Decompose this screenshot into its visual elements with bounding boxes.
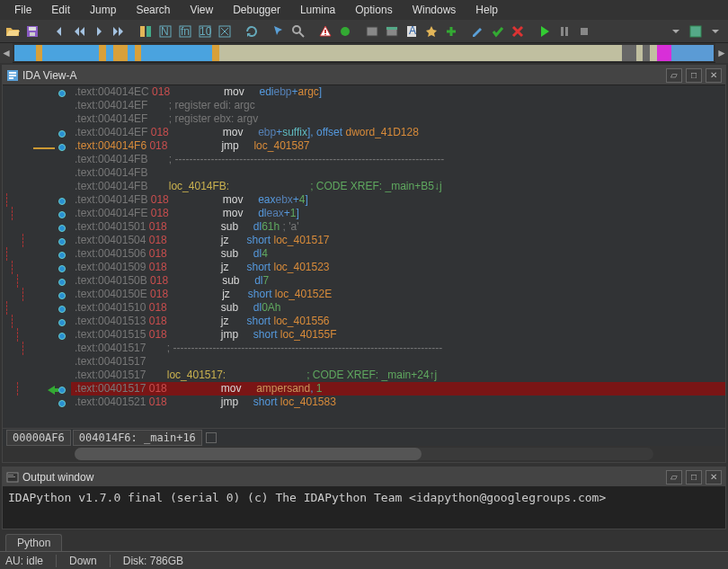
panel-max-icon[interactable]: □	[686, 68, 702, 83]
disasm-line[interactable]: .text:00401521 018 jmp short loc_401583	[71, 396, 725, 409]
nav-right-icon[interactable]: ►	[715, 43, 728, 63]
menu-options[interactable]: Options	[346, 2, 401, 18]
cursor-icon[interactable]	[270, 22, 288, 40]
status-address-box: 004014F6: _main+16	[73, 430, 202, 446]
svg-point-12	[293, 26, 300, 33]
back-icon[interactable]	[50, 22, 68, 40]
disasm-line[interactable]: .text:0040150B 018 sub dl7	[71, 274, 725, 288]
disasm-line[interactable]: .text:00401504 018 jz short loc_401517	[71, 234, 725, 247]
output-panel: Output window ▱ □ ✕ IDAPython v1.7.0 fin…	[2, 467, 726, 529]
svg-rect-21	[561, 27, 564, 36]
x-red-icon[interactable]	[509, 22, 527, 40]
fwd-fwd-icon[interactable]	[110, 22, 128, 40]
tool-a-icon[interactable]	[137, 22, 155, 40]
menu-search[interactable]: Search	[127, 2, 179, 18]
tool-c-icon[interactable]: fn	[176, 22, 194, 40]
disasm-line[interactable]: .text:004014EC 018 mov ediebp+argc]	[71, 85, 725, 99]
svg-rect-14	[324, 34, 326, 35]
disasm-line[interactable]: .text:004014FB loc_4014FB: ; CODE XREF: …	[71, 180, 725, 193]
statusbar: AU: idle Down Disk: 786GB	[0, 551, 728, 569]
disasm-line[interactable]: .text:004014FB ; -----------------------…	[71, 153, 725, 166]
disasm-line[interactable]: .text:004014F6 018 jmp loc_401587	[71, 139, 725, 153]
back-back-icon[interactable]	[70, 22, 88, 40]
output-undock-icon[interactable]: ▱	[666, 470, 682, 485]
edit-blue-icon[interactable]	[469, 22, 487, 40]
svg-text:fn: fn	[181, 25, 190, 38]
menu-debugger[interactable]: Debugger	[224, 2, 289, 18]
main-toolbar: N fn 101 A	[0, 20, 728, 43]
menu-edit[interactable]: Edit	[42, 2, 79, 18]
svg-rect-31	[8, 476, 15, 477]
open-icon[interactable]	[4, 22, 22, 40]
disasm-line[interactable]: .text:00401509 018 jz short loc_401523	[71, 261, 725, 274]
tool-e-icon[interactable]	[216, 22, 234, 40]
disasm-line[interactable]: .text:004014FB 018 mov eaxebx+4]	[71, 193, 725, 207]
check-icon[interactable]	[489, 22, 507, 40]
disasm-line[interactable]: .text:00401510 018 sub dl0Ah	[71, 301, 725, 315]
fwd-icon[interactable]	[90, 22, 108, 40]
disasm-line[interactable]: .text:00401513 018 jz short loc_401556	[71, 315, 725, 328]
tool-d-icon[interactable]: 101	[196, 22, 214, 40]
panel-close-icon[interactable]: ✕	[706, 68, 722, 83]
menu-jump[interactable]: Jump	[81, 2, 125, 18]
horizontal-scrollbar[interactable]	[75, 448, 653, 460]
disassembly-listing[interactable]: .text:004014EC 018 mov ediebp+argc].text…	[71, 85, 725, 428]
tab-python[interactable]: Python	[5, 534, 62, 551]
refresh-icon[interactable]	[243, 22, 261, 40]
svg-rect-26	[9, 72, 16, 74]
panel-titlebar: IDA View-A ▱ □ ✕	[3, 66, 725, 85]
doc-a-icon[interactable]: A	[403, 22, 421, 40]
menu-file[interactable]: File	[5, 2, 40, 18]
panel-undock-icon[interactable]: ▱	[666, 68, 682, 83]
save-icon[interactable]	[23, 22, 41, 40]
search-icon[interactable]	[289, 22, 307, 40]
svg-rect-3	[140, 26, 145, 37]
svg-text:A: A	[409, 24, 416, 37]
menu-lumina[interactable]: Lumina	[291, 2, 344, 18]
output-title: Output window	[22, 471, 662, 484]
disasm-line[interactable]: .text:00401515 018 jmp short loc_40155F	[71, 328, 725, 342]
disasm-line[interactable]: .text:004014EF ; register edi: argc	[71, 99, 725, 112]
tool-b-icon[interactable]: N	[156, 22, 174, 40]
warn-icon[interactable]	[316, 22, 334, 40]
menu-view[interactable]: View	[181, 2, 222, 18]
output-icon	[6, 471, 19, 484]
run-icon[interactable]	[536, 22, 554, 40]
nav-left-icon[interactable]: ◄	[0, 43, 13, 63]
plus-green-icon[interactable]	[442, 22, 460, 40]
output-close-icon[interactable]: ✕	[706, 470, 722, 485]
settings-icon[interactable]	[687, 22, 705, 40]
menu-windows[interactable]: Windows	[404, 2, 466, 18]
disasm-line[interactable]: .text:00401501 018 sub dl61h ; 'a'	[71, 220, 725, 234]
status-au: AU: idle	[5, 555, 43, 567]
disasm-line[interactable]: .text:004014FB	[71, 166, 725, 180]
box2-icon[interactable]	[383, 22, 401, 40]
disasm-line[interactable]: .text:0040150E 018 jz short loc_40152E	[71, 288, 725, 301]
svg-rect-2	[30, 32, 35, 36]
output-text[interactable]: IDAPython v1.7.0 final (serial 0) (c) Th…	[3, 487, 725, 529]
disasm-line[interactable]: .text:004014EF ; register ebx: argv	[71, 112, 725, 126]
green-dot-icon[interactable]	[336, 22, 354, 40]
disasm-line[interactable]: .text:004014FE 018 mov dleax+1]	[71, 207, 725, 220]
star-icon[interactable]	[422, 22, 440, 40]
status-indicator	[206, 432, 217, 443]
disasm-line[interactable]: .text:00401517	[71, 355, 725, 369]
disasm-line[interactable]: .text:00401517 ; -----------------------…	[71, 342, 725, 355]
svg-text:N: N	[161, 25, 169, 38]
disasm-gutter	[3, 85, 71, 428]
dropdown2-icon[interactable]	[706, 22, 724, 40]
pause-icon[interactable]	[555, 22, 573, 40]
panel-icon	[6, 69, 19, 82]
menu-help[interactable]: Help	[466, 2, 507, 18]
stop-icon[interactable]	[575, 22, 593, 40]
box1-icon[interactable]	[363, 22, 381, 40]
disasm-line[interactable]: .text:00401517 loc_401517: ; CODE XREF: …	[71, 369, 725, 382]
svg-rect-27	[9, 75, 16, 76]
disasm-line[interactable]: .text:00401517 018 mov ampersand, 1	[71, 382, 725, 396]
disasm-line[interactable]: .text:00401506 018 sub dl4	[71, 247, 725, 261]
output-max-icon[interactable]: □	[686, 470, 702, 485]
nav-overview-bar[interactable]	[14, 45, 714, 61]
status-address-box: 00000AF6	[6, 430, 71, 446]
disasm-line[interactable]: .text:004014EF 018 mov ebp+suffix], offs…	[71, 126, 725, 139]
dropdown-icon[interactable]	[667, 22, 685, 40]
